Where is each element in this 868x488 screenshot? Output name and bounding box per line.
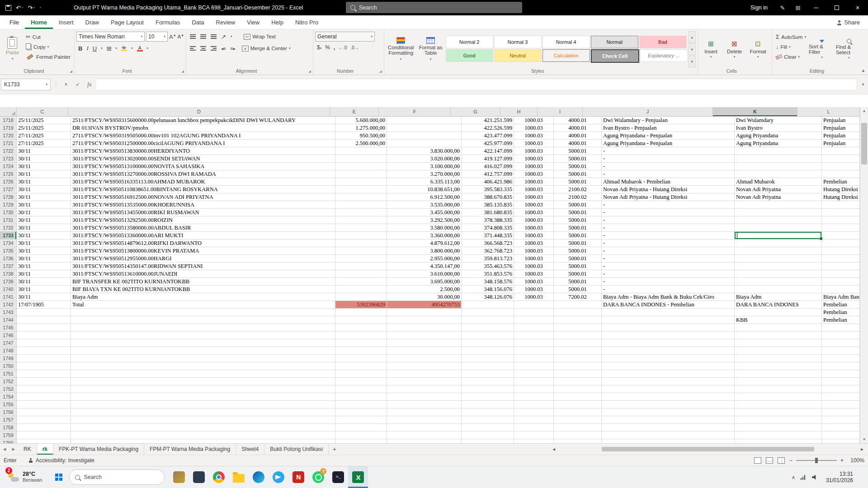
cell-D1735[interactable]: 3011/FTSCY/WS950513800000.00KEVIN PRATAM… <box>71 247 335 255</box>
cell-E1724[interactable] <box>335 163 387 170</box>
vertical-scrollbar[interactable]: ▲ ▼ <box>860 107 868 443</box>
cell-E1729[interactable] <box>335 201 387 209</box>
cell-H1755[interactable] <box>514 401 554 408</box>
cell-K1724[interactable] <box>735 163 822 170</box>
cell-L1725[interactable] <box>822 170 860 178</box>
row-header-1744[interactable]: 1744 <box>0 316 17 324</box>
cell-K1748[interactable] <box>735 347 822 355</box>
cell-K1730[interactable] <box>735 209 822 216</box>
cell-J1759[interactable] <box>602 432 735 439</box>
horizontal-scrollbar[interactable]: ◀ ▶ <box>550 444 868 455</box>
cell-J1734[interactable]: - <box>602 239 735 247</box>
cell-G1720[interactable]: 423.477.099 <box>462 132 514 140</box>
tab-formulas[interactable]: Formulas <box>150 15 186 29</box>
cell-J1746[interactable] <box>602 332 735 339</box>
cell-I1726[interactable]: 5000.01 <box>554 178 602 186</box>
cell-G1748[interactable] <box>462 347 514 355</box>
cell-F1750[interactable] <box>387 362 462 370</box>
row-header-1751[interactable]: 1751 <box>0 370 17 378</box>
style-chip-check-cell[interactable]: Check Cell <box>591 49 639 63</box>
cell-K1731[interactable] <box>735 216 822 224</box>
cell-E1733[interactable] <box>335 232 387 239</box>
cell-C1718[interactable]: 25/11/2025 <box>17 117 71 124</box>
cell-I1746[interactable] <box>554 332 602 339</box>
save-button[interactable] <box>5 5 11 11</box>
cell-L1747[interactable] <box>822 339 860 347</box>
edge-taskbar-button[interactable] <box>249 466 269 488</box>
cell-E1728[interactable] <box>335 193 387 201</box>
cell-L1731[interactable] <box>822 216 860 224</box>
cell-F1737[interactable]: 4.350.147,00 <box>387 263 462 270</box>
cell-F1758[interactable] <box>387 424 462 432</box>
paste-button[interactable]: Paste ▾ <box>2 31 23 67</box>
cell-I1735[interactable]: 5000.01 <box>554 247 602 255</box>
row-header-1721[interactable]: 1721 <box>0 140 17 147</box>
enter-entry-button[interactable]: ✓ <box>73 79 83 90</box>
cell-E1736[interactable] <box>335 255 387 263</box>
cell-L1745[interactable] <box>822 324 860 332</box>
cell-L1746[interactable] <box>822 332 860 339</box>
row-header-1736[interactable]: 1736 <box>0 255 17 263</box>
cell-F1726[interactable]: 6.335.113,00 <box>387 178 462 186</box>
cell-J1760[interactable] <box>602 439 735 443</box>
cell-H1736[interactable]: 1000.03 <box>514 255 554 263</box>
cell-L1730[interactable] <box>822 209 860 216</box>
cell-G1757[interactable] <box>462 416 514 424</box>
cell-L1740[interactable] <box>822 286 860 293</box>
cell-F1756[interactable] <box>387 408 462 416</box>
cell-K1736[interactable] <box>735 255 822 263</box>
cell-D1753[interactable] <box>71 385 335 393</box>
row-header-1733[interactable]: 1733 <box>0 232 17 239</box>
cell-F1755[interactable] <box>387 401 462 408</box>
cell-D1732[interactable]: 3011/FTSCY/WS950513580000.00ABDUL BASIR <box>71 224 335 232</box>
cell-G1740[interactable]: 348.156.076 <box>462 286 514 293</box>
cell-G1741[interactable]: 348.126.076 <box>462 293 514 301</box>
network-icon[interactable] <box>801 475 807 480</box>
row-header-1738[interactable]: 1738 <box>0 270 17 278</box>
cell-L1743[interactable]: Pembelian <box>822 309 860 316</box>
cell-I1719[interactable]: 4000.01 <box>554 124 602 132</box>
cell-G1759[interactable] <box>462 432 514 439</box>
cell-F1751[interactable] <box>387 370 462 378</box>
zoom-in-button[interactable]: + <box>840 457 844 464</box>
cell-E1737[interactable] <box>335 263 387 270</box>
scroll-left-arrow[interactable]: ◀ <box>550 446 558 453</box>
cell-E1739[interactable] <box>335 278 387 286</box>
cell-C1730[interactable]: 30/11 <box>17 209 71 216</box>
new-sheet-button[interactable]: + <box>329 444 340 455</box>
zoom-slider-thumb[interactable] <box>815 458 818 463</box>
cell-E1721[interactable]: 2.500.000,00 <box>335 140 387 147</box>
cell-G1731[interactable]: 378.388.335 <box>462 216 514 224</box>
cell-C1735[interactable]: 30/11 <box>17 247 71 255</box>
cell-L1752[interactable] <box>822 378 860 385</box>
cell-I1737[interactable]: 5000.01 <box>554 263 602 270</box>
sheet-tab-bukti-potong-unifikasi[interactable]: Bukti Potong Unifikasi <box>264 444 329 455</box>
cell-C1755[interactable] <box>17 401 71 408</box>
cell-H1744[interactable] <box>514 316 554 324</box>
telegram-taskbar-button[interactable] <box>269 466 288 488</box>
cell-E1760[interactable] <box>335 439 387 443</box>
cell-H1750[interactable] <box>514 362 554 370</box>
row-header-1740[interactable]: 1740 <box>0 286 17 293</box>
cell-E1748[interactable] <box>335 347 387 355</box>
cell-I1736[interactable]: 5000.01 <box>554 255 602 263</box>
cell-G1747[interactable] <box>462 339 514 347</box>
page-break-view-button[interactable] <box>778 457 785 464</box>
row-header-1743[interactable]: 1743 <box>0 309 17 316</box>
cell-K1732[interactable] <box>735 224 822 232</box>
cell-D1743[interactable] <box>71 309 335 316</box>
cell-F1724[interactable]: 3.100.000,00 <box>387 163 462 170</box>
cell-C1745[interactable] <box>17 324 71 332</box>
gallery-down-button[interactable]: ▼ <box>689 43 696 55</box>
row-header-1741[interactable]: 1741 <box>0 293 17 301</box>
tab-data[interactable]: Data <box>186 15 210 29</box>
cell-J1755[interactable] <box>602 401 735 408</box>
cell-K1746[interactable] <box>735 332 822 339</box>
row-header-1758[interactable]: 1758 <box>0 424 17 432</box>
collapse-ribbon-button[interactable]: ▲ <box>861 68 865 73</box>
cell-J1742[interactable]: DARA BANCA INDONES - Pembelian <box>602 301 735 309</box>
cell-I1733[interactable]: 5000.01 <box>554 232 602 239</box>
taskbar-clock[interactable]: 13:31 31/01/2026 <box>822 471 857 483</box>
horizontal-scroll-thumb[interactable] <box>602 447 814 451</box>
cell-L1726[interactable]: Pembelian <box>822 178 860 186</box>
